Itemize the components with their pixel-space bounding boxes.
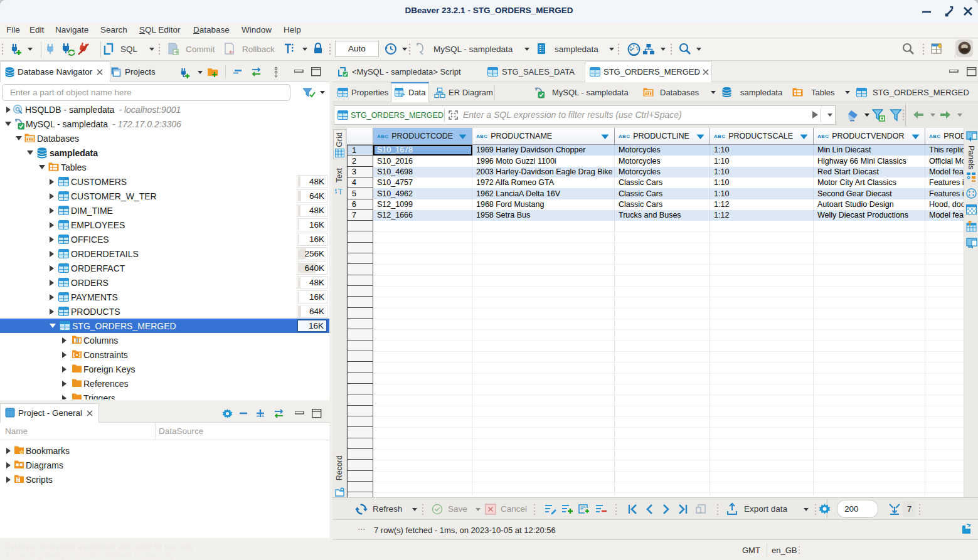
- svg-text:T: T: [338, 188, 343, 196]
